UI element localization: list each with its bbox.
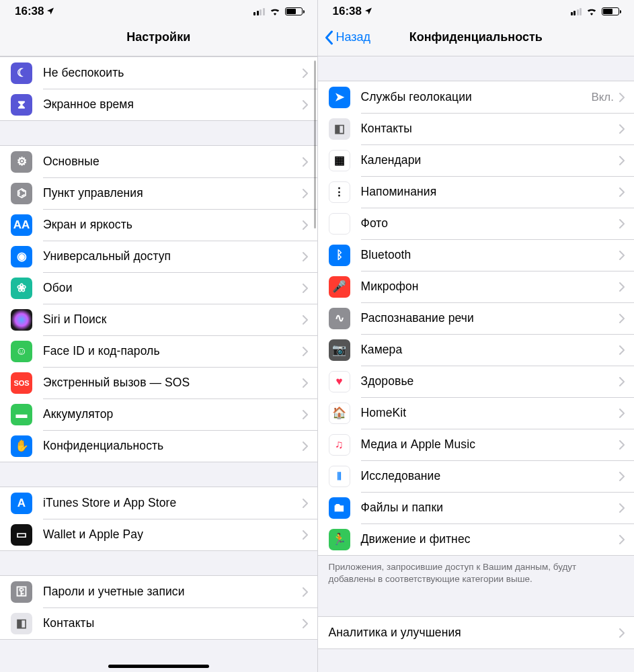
chevron-right-icon xyxy=(619,628,625,638)
back-label: Назад xyxy=(336,30,371,44)
settings-row[interactable]: 🖿 Файлы и папки xyxy=(318,492,635,523)
settings-row[interactable]: ◧ Контакты xyxy=(318,113,635,144)
chevron-right-icon xyxy=(303,315,308,325)
settings-row[interactable]: ➤ Службы геолокации Вкл. xyxy=(318,81,635,113)
settings-row[interactable]: 🏠 HomeKit xyxy=(318,397,635,429)
wifi-icon xyxy=(269,6,281,17)
chevron-right-icon xyxy=(303,442,308,451)
key-icon: ⚿ xyxy=(11,581,32,603)
chevron-right-icon xyxy=(303,378,308,388)
chevron-right-icon xyxy=(619,187,625,197)
chevron-right-icon xyxy=(619,535,625,544)
row-label: Пароли и учетные записи xyxy=(43,585,303,599)
cellular-signal-icon xyxy=(253,8,265,15)
settings-row[interactable]: ☺ Face ID и код-пароль xyxy=(0,335,317,367)
settings-row[interactable]: ⚿ Пароли и учетные записи xyxy=(0,576,317,607)
contacts-icon: ◧ xyxy=(329,118,350,140)
chevron-right-icon xyxy=(619,409,625,418)
settings-row[interactable]: ✿ Фото xyxy=(318,208,635,239)
settings-row[interactable]: AA Экран и яркость xyxy=(0,209,317,241)
chevron-right-icon xyxy=(303,499,308,508)
settings-row[interactable]: ⌬ Пункт управления xyxy=(0,177,317,209)
chevron-right-icon xyxy=(619,440,625,450)
settings-row[interactable]: ▬ Аккумулятор xyxy=(0,398,317,430)
row-label: Экстренный вызов — SOS xyxy=(43,376,303,390)
wallpaper-icon: ❀ xyxy=(11,278,32,299)
toggles-icon: ⌬ xyxy=(11,183,32,204)
battery-icon xyxy=(602,7,619,15)
row-label: iTunes Store и App Store xyxy=(43,496,303,510)
chevron-right-icon xyxy=(303,587,308,597)
row-label: Контакты xyxy=(43,616,303,630)
row-label: Контакты xyxy=(361,122,620,136)
settings-row[interactable]: ⧗ Экранное время xyxy=(0,89,317,120)
row-label: Медиа и Apple Music xyxy=(361,437,620,452)
settings-row[interactable]: ▦ Календари xyxy=(318,144,635,176)
battery-icon xyxy=(285,7,303,15)
location-icon: ➤ xyxy=(329,87,350,108)
settings-row[interactable]: Siri и Поиск xyxy=(0,304,317,335)
status-time: 16:38 xyxy=(15,5,44,18)
chevron-right-icon xyxy=(303,410,308,419)
settings-row[interactable]: ♫ Медиа и Apple Music xyxy=(318,429,635,460)
row-label: Календари xyxy=(361,153,620,167)
settings-row[interactable]: ♥ Здоровье xyxy=(318,366,635,397)
scrollbar-thumb[interactable] xyxy=(314,60,316,228)
row-label: Распознавание речи xyxy=(361,311,620,325)
camera-icon: 📷 xyxy=(329,339,350,361)
settings-row[interactable]: A iTunes Store и App Store xyxy=(0,487,317,519)
accessibility-icon: ◉ xyxy=(11,246,32,267)
settings-row[interactable]: ᛒ Bluetooth xyxy=(318,239,635,271)
moon-icon: ☾ xyxy=(11,62,32,84)
sos-icon: SOS xyxy=(11,372,32,394)
contacts-icon: ◧ xyxy=(11,613,32,634)
chevron-right-icon xyxy=(303,530,308,540)
settings-row[interactable]: ❀ Обои xyxy=(0,272,317,304)
phone-privacy: 16:38 Назад Конфиденциальность ➤ Службы … xyxy=(317,0,635,672)
files-icon: 🖿 xyxy=(329,497,350,519)
chevron-right-icon xyxy=(619,93,625,102)
chevron-right-icon xyxy=(619,377,625,386)
settings-row[interactable]: ▭ Wallet и Apple Pay xyxy=(0,519,317,550)
siri-icon xyxy=(11,309,32,331)
row-label: Siri и Поиск xyxy=(43,312,303,327)
row-label: Напоминания xyxy=(361,185,620,199)
back-button[interactable]: Назад xyxy=(325,30,371,45)
chevron-right-icon xyxy=(619,345,625,355)
settings-row[interactable]: ✋ Конфиденциальность xyxy=(0,430,317,462)
settings-row[interactable]: Аналитика и улучшения xyxy=(318,617,635,648)
settings-row[interactable]: ⋮ Напоминания xyxy=(318,176,635,208)
calendar-icon: ▦ xyxy=(329,150,350,171)
reminders-icon: ⋮ xyxy=(329,181,350,203)
microphone-icon: 🎤 xyxy=(329,276,350,298)
settings-row[interactable]: ⦀ Исследование xyxy=(318,460,635,492)
chevron-right-icon xyxy=(619,251,625,260)
row-label: Экран и яркость xyxy=(43,218,303,232)
home-indicator[interactable] xyxy=(108,665,209,668)
motion-icon: 🏃 xyxy=(329,529,350,550)
row-label: Здоровье xyxy=(361,374,620,388)
settings-row[interactable]: SOS Экстренный вызов — SOS xyxy=(0,367,317,398)
phone-settings: 16:38 Настройки ☾ Не беспокоить ⧗ Экранн… xyxy=(0,0,317,672)
row-label: Файлы и папки xyxy=(361,501,620,515)
nav-bar: Настройки xyxy=(0,19,317,56)
row-label: Фото xyxy=(361,216,620,230)
chevron-right-icon xyxy=(619,282,625,292)
settings-row[interactable]: ◧ Контакты xyxy=(0,607,317,639)
settings-row[interactable]: ☾ Не беспокоить xyxy=(0,57,317,89)
settings-row[interactable]: 📷 Камера xyxy=(318,334,635,366)
gear-icon: ⚙ xyxy=(11,151,32,173)
settings-row[interactable]: ◉ Универсальный доступ xyxy=(0,241,317,272)
chevron-right-icon xyxy=(303,252,308,261)
settings-list[interactable]: ☾ Не беспокоить ⧗ Экранное время ⚙ Основ… xyxy=(0,56,317,672)
settings-row[interactable]: ∿ Распознавание речи xyxy=(318,302,635,334)
settings-row[interactable]: 🏃 Движение и фитнес xyxy=(318,523,635,555)
settings-row[interactable]: ⚙ Основные xyxy=(0,146,317,177)
chevron-right-icon xyxy=(303,619,308,628)
speech-icon: ∿ xyxy=(329,308,350,329)
privacy-list[interactable]: ➤ Службы геолокации Вкл. ◧ Контакты ▦ Ка… xyxy=(318,56,635,672)
nav-bar: Назад Конфиденциальность xyxy=(318,19,635,56)
settings-row[interactable]: 🎤 Микрофон xyxy=(318,271,635,302)
hourglass-icon: ⧗ xyxy=(11,94,32,116)
row-label: Wallet и Apple Pay xyxy=(43,528,303,542)
